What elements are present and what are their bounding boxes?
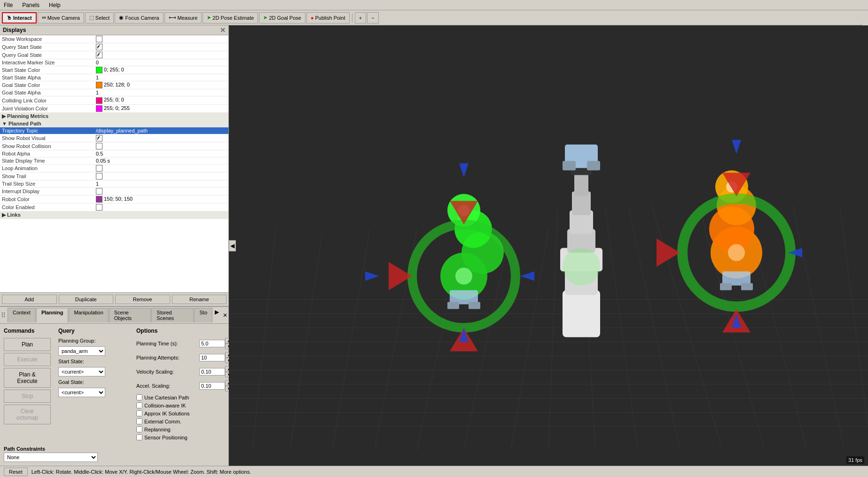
colliding-link-color-swatch[interactable] — [96, 97, 102, 104]
publish-point-button[interactable]: ● Publish Point — [306, 12, 350, 23]
checkbox-interrupt[interactable] — [96, 188, 102, 195]
plan-button[interactable]: Plan — [4, 338, 51, 351]
expand-planning-metrics-icon[interactable]: ▶ — [2, 113, 6, 119]
table-row[interactable]: Robot Color 150; 50; 150 — [0, 195, 228, 203]
interact-button[interactable]: 🖱 Interact — [2, 12, 37, 23]
checkbox-show-trail[interactable] — [96, 173, 102, 180]
rename-button[interactable]: Rename — [172, 295, 227, 304]
toolbar-minus-button[interactable]: − — [367, 12, 378, 23]
table-row[interactable]: Color Enabled — [0, 203, 228, 211]
duplicate-button[interactable]: Duplicate — [59, 295, 114, 304]
tab-context[interactable]: Context — [8, 308, 36, 322]
goal-icon: ➤ — [263, 15, 267, 21]
checkbox-show-visual[interactable]: ✓ — [96, 135, 102, 141]
menu-panels[interactable]: Panels — [20, 1, 41, 9]
table-row[interactable]: Interrupt Display — [0, 188, 228, 195]
start-state-color-swatch[interactable] — [96, 67, 102, 73]
displays-table[interactable]: Show Workspace Query Start State ✓ Query… — [0, 35, 228, 292]
table-row[interactable]: ▶ Links — [0, 211, 228, 219]
planning-group-select[interactable]: panda_arm — [58, 346, 105, 356]
svg-rect-50 — [574, 173, 588, 196]
joint-violation-color-swatch[interactable] — [96, 105, 102, 112]
path-constraints-select[interactable]: None — [4, 453, 98, 462]
add-button[interactable]: Add — [2, 295, 57, 304]
toolbar-plus-button[interactable]: + — [355, 12, 366, 23]
measure-icon: ⟷ — [169, 15, 176, 21]
table-row[interactable]: Colliding Link Color 255; 0; 0 — [0, 96, 228, 104]
table-row[interactable]: Start State Alpha 1 — [0, 74, 228, 81]
move-camera-button[interactable]: ⇔ Move Camera — [38, 12, 84, 23]
checkbox-query-goal[interactable]: ✓ — [96, 52, 102, 58]
checkbox-show-collision[interactable] — [96, 143, 102, 149]
tab-sto[interactable]: Sto — [194, 308, 212, 322]
displays-close-icon[interactable]: ✕ — [220, 26, 226, 34]
expand-planned-path-icon[interactable]: ▼ — [2, 121, 7, 126]
table-row[interactable]: Show Workspace — [0, 35, 228, 43]
move-camera-icon: ⇔ — [42, 15, 46, 21]
external-comm-row: External Comm. — [136, 418, 230, 424]
table-row[interactable]: State Display Time 0.05 s — [0, 157, 228, 164]
options-header: Options — [136, 328, 230, 334]
menu-file[interactable]: File — [2, 1, 15, 9]
table-row[interactable]: Goal State Color 250; 128; 0 — [0, 81, 228, 89]
external-comm-checkbox[interactable] — [136, 418, 142, 424]
replanning-checkbox[interactable] — [136, 426, 142, 432]
plan-execute-button[interactable]: Plan & Execute — [4, 368, 51, 388]
focus-camera-button[interactable]: ◉ Focus Camera — [115, 12, 163, 23]
use-cartesian-checkbox[interactable] — [136, 394, 142, 400]
checkbox-loop-animation[interactable] — [96, 165, 102, 172]
table-row[interactable]: Query Goal State ✓ — [0, 51, 228, 59]
table-row[interactable]: Show Trail — [0, 172, 228, 180]
velocity-scaling-input[interactable] — [199, 368, 225, 375]
publish-icon: ● — [311, 15, 314, 21]
checkbox-query-start[interactable]: ✓ — [96, 44, 102, 50]
2d-pose-estimate-button[interactable]: ➤ 2D Pose Estimate — [203, 12, 258, 23]
viewport[interactable]: 31 fps ◀ — [229, 25, 868, 466]
menu-help[interactable]: Help — [47, 1, 63, 9]
robot-color-swatch[interactable] — [96, 196, 102, 203]
sensor-positioning-checkbox[interactable] — [136, 434, 142, 440]
approx-ik-checkbox[interactable] — [136, 410, 142, 416]
table-row[interactable]: ▼ Planned Path — [0, 120, 228, 127]
tab-scroll-right-icon[interactable]: ▶ — [213, 308, 221, 322]
velocity-scaling-row: Velocity Scaling: ▲ ▼ — [136, 366, 230, 377]
tab-planning[interactable]: Planning — [36, 308, 68, 322]
bottom-panel-close-icon[interactable]: ✕ — [223, 312, 227, 319]
table-row[interactable]: ▶ Planning Metrics — [0, 112, 228, 120]
collision-aware-checkbox[interactable] — [136, 402, 142, 408]
reset-button[interactable]: Reset — [4, 468, 28, 476]
table-row[interactable]: Interactive Marker Size 0 — [0, 59, 228, 66]
checkbox-show-workspace[interactable] — [96, 36, 102, 42]
goal-state-row: Goal State: — [58, 379, 129, 385]
table-row[interactable]: Trajectory Topic /display_planned_path — [0, 127, 228, 134]
measure-button[interactable]: ⟷ Measure — [164, 12, 202, 23]
collapse-left-icon[interactable]: ◀ — [229, 240, 236, 251]
planning-time-input[interactable] — [199, 340, 225, 347]
goal-state-color-swatch[interactable] — [96, 82, 102, 88]
tab-stored-scenes[interactable]: Stored Scenes — [151, 308, 194, 322]
goal-state-select[interactable]: <current> — [58, 388, 105, 397]
table-row[interactable]: Joint Violation Color 255; 0; 255 — [0, 104, 228, 112]
planning-attempts-input[interactable] — [199, 354, 225, 361]
status-help-text: Left-Click: Rotate. Middle-Click: Move X… — [31, 469, 251, 475]
checkbox-color-enabled[interactable] — [96, 204, 102, 211]
2d-goal-pose-button[interactable]: ➤ 2D Goal Pose — [259, 12, 305, 23]
tab-scene-objects[interactable]: Scene Objects — [109, 308, 151, 322]
start-state-select[interactable]: <current> — [58, 367, 105, 376]
tab-manipulation[interactable]: Manipulation — [69, 308, 108, 322]
table-row[interactable]: Start State Color 0; 255; 0 — [0, 66, 228, 74]
table-row[interactable]: Show Robot Visual ✓ — [0, 134, 228, 142]
accel-scaling-input[interactable] — [199, 382, 225, 390]
table-row[interactable]: Query Start State ✓ — [0, 43, 228, 51]
remove-button[interactable]: Remove — [115, 295, 170, 304]
expand-links-icon[interactable]: ▶ — [2, 212, 6, 218]
commands-column: Commands Plan Execute Plan & Execute Sto… — [4, 328, 51, 440]
select-button[interactable]: ⬚ Select — [85, 12, 114, 23]
table-row[interactable]: Loop Animation — [0, 164, 228, 172]
table-row[interactable]: Trail Step Size 1 — [0, 180, 228, 188]
planning-group-row: Planning Group: — [58, 338, 129, 344]
table-row[interactable]: Goal State Alpha 1 — [0, 89, 228, 96]
table-row[interactable]: Robot Alpha 0.5 — [0, 150, 228, 157]
table-row[interactable]: Show Robot Collision — [0, 142, 228, 150]
displays-panel: Displays ✕ Show Workspace Query Start St… — [0, 25, 228, 306]
